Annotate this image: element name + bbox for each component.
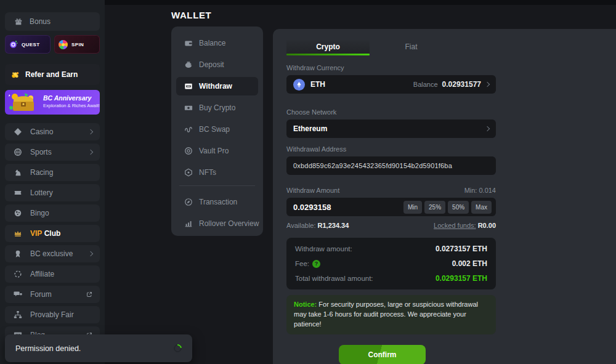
sidebar-item-sports[interactable]: Sports [5,144,100,161]
quest-button[interactable]: QUEST [5,35,51,54]
withdraw-safe-icon [184,82,193,91]
wallet-icon [184,39,193,47]
wallet-nav: Balance Deposit Withdraw Buy Crypto BC S… [171,26,263,236]
permission-denied-toast: Permission denied. [5,334,192,362]
sidebar-item-bingo[interactable]: Bingo [5,204,100,222]
wallet-nav-withdraw[interactable]: Withdraw [176,77,258,95]
vault-dial-icon [184,147,193,155]
amount-value: 0.0293158 [293,203,331,212]
chat-bubbles-icon [14,290,22,299]
top-strip [105,0,616,5]
tab-bar: Crypto Fiat [286,40,496,55]
bonus-button[interactable]: Bonus [5,12,100,31]
balance-value: 0.02931577 [442,80,481,89]
wallet-nav-vault-pro[interactable]: Vault Pro [176,142,258,160]
notice-text: For security purposes, large or suspicio… [294,301,478,328]
withdraw-currency-label: Withdraw Currency [286,64,496,71]
total-withdrawal-value: 0.0293157 ETH [436,274,487,283]
wallet-nav-rollover-overview[interactable]: Rollover Overview [176,214,258,233]
gift-icon [14,17,23,26]
quest-spin-row: QUEST SPIN [5,35,100,54]
refer-label: Refer and Earn [25,70,78,79]
sidebar-item-bc-exclusive[interactable]: BC exclusive [5,245,100,262]
locked-funds-value: R0.00 [478,222,496,229]
loading-spinner-icon [172,342,183,354]
summary-box: Withdraw amount: 0.0273157 ETH Fee: 0.00… [286,238,496,289]
sidebar: Bonus QUEST SPIN Refer and Earn BC Anniv… [0,0,105,364]
sidebar-item-forum[interactable]: Forum [5,286,100,303]
sidebar-menu: Casino Sports Racing Lottery Bingo VIP C… [5,123,100,344]
wallet-nav-balance[interactable]: Balance [176,34,258,52]
max-button[interactable]: Max [471,201,492,214]
compass-icon [184,198,193,206]
notice-label: Notice: [294,301,317,308]
wallet-nav-deposit[interactable]: Deposit [176,55,258,74]
network-selector[interactable]: Ethereum [286,119,496,138]
notice-box: Notice: For security purposes, large or … [286,295,496,334]
choose-network-label: Choose Network [286,108,496,116]
spin-button[interactable]: SPIN [54,35,100,54]
wallet-nav-bc-swap[interactable]: BC Swap [176,120,258,139]
refer-and-earn-button[interactable]: Refer and Earn [5,64,100,85]
tab-crypto[interactable]: Crypto [286,40,370,55]
summary-row: Fee: 0.002 ETH [295,256,487,271]
medal-icon [14,249,22,258]
hexagon-icon [184,168,193,177]
currency-selector[interactable]: ETH Balance 0.02931577 [286,75,496,94]
gold-pile-icon [11,70,20,79]
amount-input[interactable]: 0.0293158 Min 25% 50% Max [286,198,496,216]
half-button[interactable]: 50% [448,201,469,214]
address-value: 0xbdd859c62a93e245432365fd90154b2d5901f6… [293,162,452,169]
network-nodes-icon [14,310,22,319]
network-value: Ethereum [293,124,327,133]
sidebar-item-provably-fair[interactable]: Provably Fair [5,306,100,323]
available-value: R1,234.34 [318,222,349,229]
fee-value: 0.002 ETH [452,259,487,268]
banner-subtitle: Exploration & Riches Await! [43,103,97,108]
amount-header: Withdraw Amount Min: 0.014 [286,187,496,194]
banknote-icon [184,103,193,112]
currency-code: ETH [310,80,325,89]
balance-label: Balance [413,81,438,88]
vip-accent: VIP [30,229,42,238]
min-button[interactable]: Min [403,201,422,214]
chevron-right-icon [88,251,93,256]
confirm-button[interactable]: Confirm [339,345,426,364]
bonus-label: Bonus [30,17,51,26]
fee-label: Fee: [295,260,309,267]
withdraw-amount-label: Withdraw Amount [286,187,339,194]
spin-label: SPIN [71,42,84,47]
sidebar-item-casino[interactable]: Casino [5,123,100,140]
eth-icon [293,79,305,91]
basketball-icon [14,148,22,156]
tab-fiat[interactable]: Fiat [370,40,453,55]
wallet-nav-transaction[interactable]: Transaction [176,193,258,211]
fee-help-icon[interactable] [312,260,320,268]
toast-message: Permission denied. [15,344,81,353]
nav-divider [179,185,255,186]
crown-icon [14,229,22,238]
swap-squiggle-icon [184,125,193,134]
chevron-right-icon [88,150,93,155]
dashed-circle-icon [14,270,22,278]
sidebar-item-affiliate[interactable]: Affiliate [5,265,100,283]
address-input[interactable]: 0xbdd859c62a93e245432365fd90154b2d5901f6… [286,156,496,175]
wallet-nav-buy-crypto[interactable]: Buy Crypto [176,99,258,117]
vip-rest: Club [44,229,61,238]
wallet-nav-nfts[interactable]: NFTs [176,163,258,182]
available-row: Available: R1,234.34 Locked funds: R0.00 [286,222,496,229]
chevron-right-icon [485,126,490,131]
sidebar-item-lottery[interactable]: Lottery [5,184,100,201]
anniversary-banner[interactable]: BC Anniversary Exploration & Riches Awai… [5,90,100,115]
quest-label: QUEST [22,42,40,47]
sidebar-item-racing[interactable]: Racing [5,164,100,181]
sidebar-item-vip-club[interactable]: VIP Club [5,225,100,242]
withdraw-panel: Crypto Fiat Withdraw Currency ETH Balanc… [273,29,616,364]
withdrawal-address-label: Withdrawal Address [286,145,496,153]
quarter-button[interactable]: 25% [424,201,445,214]
total-withdrawal-label: Total withdrawal amount: [295,275,373,282]
casino-icon [14,127,22,136]
withdraw-amount-summary-value: 0.0273157 ETH [436,245,487,253]
locked-funds-link[interactable]: Locked funds: [434,222,476,229]
banner-title: BC Anniversary [43,94,97,102]
